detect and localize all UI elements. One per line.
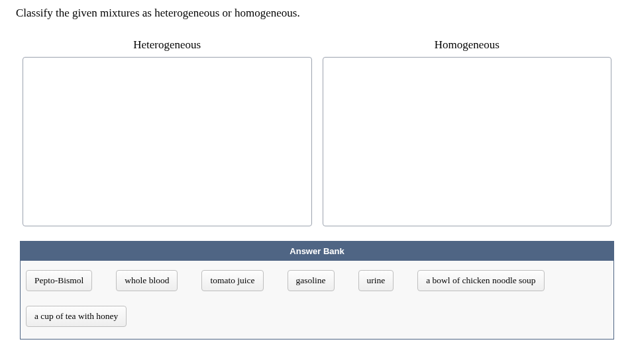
answer-bank-header: Answer Bank [21, 242, 613, 261]
answer-chip[interactable]: whole blood [116, 270, 178, 291]
heterogeneous-title: Heterogeneous [133, 38, 201, 52]
homogeneous-column: Homogeneous [323, 38, 612, 226]
homogeneous-drop-zone[interactable] [323, 57, 612, 226]
answer-chip[interactable]: tomato juice [201, 270, 263, 291]
answer-chip[interactable]: a cup of tea with honey [26, 306, 127, 327]
answer-bank: Answer Bank Pepto-Bismol whole blood tom… [20, 241, 614, 340]
drop-zones-row: Heterogeneous Homogeneous [16, 38, 618, 226]
answer-bank-body: Pepto-Bismol whole blood tomato juice ga… [21, 261, 613, 339]
question-text: Classify the given mixtures as heterogen… [16, 7, 618, 20]
answer-chip[interactable]: gasoline [288, 270, 335, 291]
heterogeneous-drop-zone[interactable] [23, 57, 312, 226]
answer-chip[interactable]: a bowl of chicken noodle soup [417, 270, 544, 291]
heterogeneous-column: Heterogeneous [23, 38, 312, 226]
homogeneous-title: Homogeneous [435, 38, 500, 52]
answer-chip[interactable]: Pepto-Bismol [26, 270, 92, 291]
answer-chip[interactable]: urine [358, 270, 394, 291]
